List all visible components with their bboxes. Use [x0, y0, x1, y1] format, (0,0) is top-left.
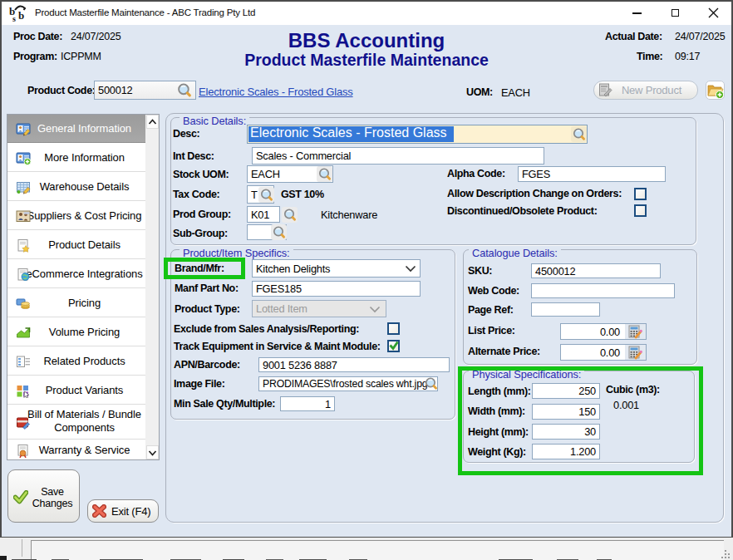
svg-text:b: b	[18, 9, 24, 22]
svg-text:s: s	[12, 14, 16, 23]
